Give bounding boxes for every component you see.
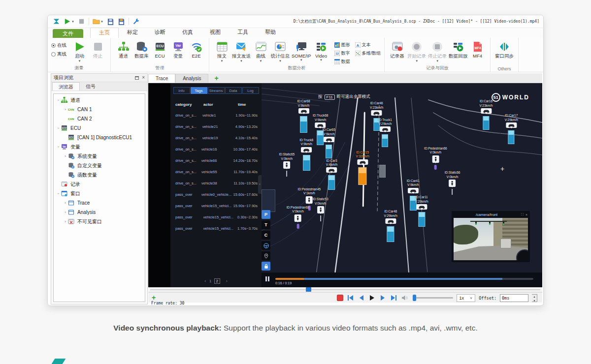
someip-button[interactable]: SOME/IP▼: [291, 39, 312, 62]
tree-expander-icon[interactable]: ›: [56, 191, 61, 196]
tags-panel-collapse-handle[interactable]: ‹: [258, 175, 262, 194]
stop-measure-button[interactable]: 停止: [89, 39, 107, 60]
table-row[interactable]: pass_overvehicle15_vehicl...0.30s~2.30s: [175, 212, 258, 223]
step-back-button[interactable]: [358, 294, 365, 302]
tool-t-button[interactable]: T: [262, 220, 270, 229]
doc-tab-analysis[interactable]: Analysis: [175, 74, 208, 83]
text-button[interactable]: A文本: [355, 41, 381, 49]
digital-button[interactable]: 12数字: [334, 49, 350, 58]
panel-tab-data[interactable]: Data: [225, 87, 242, 94]
location-pin-button[interactable]: [262, 251, 270, 260]
database-button[interactable]: 数据库: [132, 39, 151, 60]
volume-handle[interactable]: [413, 295, 416, 301]
sidebar-tab-1[interactable]: 信号: [80, 82, 101, 91]
panel-tab-tags[interactable]: Tags: [191, 87, 207, 94]
table-row[interactable]: pass_overvehicle15_vehicl...15.90s~17.90…: [175, 200, 258, 212]
doc-tab-trace[interactable]: Trace: [148, 74, 175, 83]
lock-button[interactable]: [262, 262, 270, 271]
step-forward-button[interactable]: [379, 294, 387, 302]
tree-item-9[interactable]: 记录: [54, 180, 145, 189]
table-row[interactable]: drive_on_s...vehicle11.90s~11.90s: [175, 110, 258, 121]
menu-tab-2[interactable]: 诊断: [146, 28, 174, 38]
last-frame-button[interactable]: [390, 294, 397, 302]
curve-button[interactable]: 曲线▼: [252, 39, 270, 63]
table-row[interactable]: drive_on_s...vehicle194.10s~15.40s: [175, 132, 258, 144]
tool-p-button[interactable]: P: [262, 210, 270, 219]
variable-button[interactable]: Var 变量: [169, 39, 187, 60]
ecu-button[interactable]: ECU ECU: [151, 39, 169, 59]
save-button[interactable]: [107, 18, 114, 25]
table-row[interactable]: drive_on_s...vehicle6614.20s~18.70s: [175, 155, 258, 166]
camera-close-icon[interactable]: ×: [525, 213, 527, 216]
page-number-1[interactable]: 1: [209, 279, 211, 283]
window-sync-button[interactable]: 窗口同步: [494, 39, 515, 60]
tree-item-1[interactable]: ›CANCAN 1: [54, 105, 145, 114]
timeline-scrubber[interactable]: [148, 287, 542, 292]
start-button[interactable]: 启动▼: [70, 39, 89, 63]
add-video-button[interactable]: +: [152, 294, 156, 302]
mf4-button[interactable]: MF4 MF4: [468, 39, 487, 59]
run-button[interactable]: ▼: [64, 18, 74, 25]
tree-expander-icon[interactable]: ›: [56, 125, 61, 131]
panel-tab-streams[interactable]: Streams: [208, 87, 225, 94]
panel-tab-info[interactable]: Info: [173, 87, 190, 94]
steering-wheel-button[interactable]: [262, 241, 270, 250]
tree-item-10[interactable]: ›窗口: [54, 189, 145, 198]
video-progress-bar[interactable]: [275, 278, 533, 280]
menu-tab-3[interactable]: 仿真: [174, 28, 201, 38]
close-panel-icon[interactable]: ×: [142, 75, 145, 80]
e2e-button[interactable]: E2E: [187, 39, 205, 59]
tree-item-6[interactable]: ›系统变量: [54, 152, 145, 161]
tree-expander-icon[interactable]: ›: [63, 107, 68, 112]
page-number-2[interactable]: 2: [214, 278, 220, 284]
start-record-button[interactable]: 开始记录▼: [406, 39, 427, 63]
table-row[interactable]: pass_overvehicle15_vehicl...1.70s~3.70s: [175, 223, 258, 234]
open-file-button[interactable]: ▼: [93, 18, 103, 25]
tree-item-4[interactable]: ECU[CAN 1] DiagnosticECU1: [54, 133, 145, 142]
tree-item-5[interactable]: ›Var变量: [54, 142, 145, 152]
page-prev-icon[interactable]: ‹: [204, 279, 206, 283]
graphic-button[interactable]: 图形: [334, 41, 350, 49]
speed-select[interactable]: 1x∨: [457, 294, 476, 302]
tree-expander-icon[interactable]: ›: [63, 201, 68, 205]
tree-item-2[interactable]: CANCAN 2: [54, 114, 145, 123]
save-all-button[interactable]: [118, 18, 125, 25]
menu-tab-6[interactable]: 帮助: [257, 28, 284, 38]
camera-expand-icon[interactable]: ⛶: [521, 212, 524, 216]
table-row[interactable]: drive_on_s...vehicle1610.30s~17.40s: [175, 144, 258, 155]
recorder-button[interactable]: 记录器: [388, 39, 406, 60]
tree-item-3[interactable]: ›ECUECU: [54, 123, 145, 133]
table-row[interactable]: drive_on_s...vehicle5511.70s~19.40s: [175, 166, 258, 178]
channel-button[interactable]: 通道: [114, 39, 132, 60]
dock-icon[interactable]: [135, 76, 139, 80]
tree-item-7[interactable]: 自定义变量: [54, 161, 145, 170]
panel-tab-log[interactable]: Log: [242, 87, 259, 94]
add-tab-button[interactable]: +: [208, 74, 224, 83]
message-send-button[interactable]: 报文发送▼: [231, 39, 252, 63]
mute-speaker-icon[interactable]: [401, 294, 408, 302]
tree-item-11[interactable]: ›Trace: [54, 198, 145, 208]
tree-item-8[interactable]: 函数变量: [54, 170, 145, 180]
timeline-handle[interactable]: [306, 287, 311, 292]
statistics-button[interactable]: 统计信息▼: [270, 39, 291, 63]
tree-expander-icon[interactable]: ›: [56, 97, 61, 103]
stop-record-button[interactable]: 停止记录▼: [427, 39, 448, 63]
offset-spinner[interactable]: ▲▼: [532, 294, 537, 302]
multidim-button[interactable]: 多维/数组: [355, 49, 381, 58]
tree-expander-icon[interactable]: ›: [63, 219, 68, 224]
tree-expander-icon[interactable]: ›: [56, 144, 61, 150]
offline-radio[interactable]: 离线: [51, 51, 66, 58]
online-radio[interactable]: 在线: [51, 42, 66, 49]
menu-tab-0[interactable]: 主页: [90, 28, 119, 38]
pause-icon[interactable]: [265, 276, 269, 281]
first-frame-button[interactable]: [347, 294, 354, 302]
menu-tab-1[interactable]: 标定: [119, 28, 146, 38]
menu-tab-5[interactable]: 工具: [229, 28, 257, 38]
tree-item-13[interactable]: ›不可见窗口: [54, 217, 145, 226]
tree-expander-icon[interactable]: ›: [63, 210, 68, 214]
stop-playback-button[interactable]: [337, 295, 343, 301]
video-button[interactable]: Video▼: [312, 39, 330, 62]
stop-button[interactable]: [78, 18, 85, 25]
tree-item-12[interactable]: ›Analysis: [54, 208, 145, 217]
menu-tab-4[interactable]: 视图: [201, 28, 229, 38]
